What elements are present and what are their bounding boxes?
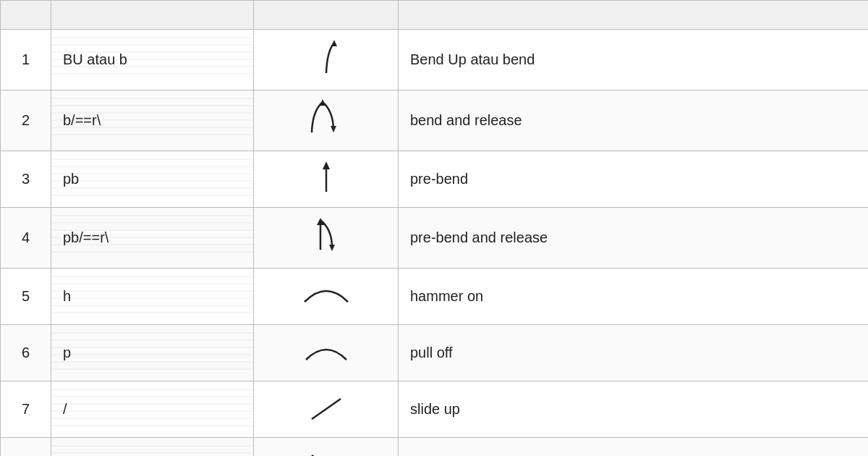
notation-text: BU atau b (63, 51, 127, 67)
svg-marker-14 (331, 126, 336, 132)
notation-text: pb/==r\ (63, 229, 109, 245)
table-row: 7/ slide up (1, 381, 869, 438)
symbol-icon (305, 445, 348, 456)
cell-description: slide up (399, 381, 869, 438)
table-row: 5h hammer on (1, 269, 869, 325)
cell-description: slide down (399, 438, 869, 457)
cell-num: 1 (1, 30, 51, 90)
cell-description: pull off (399, 325, 869, 381)
symbol-icon (308, 37, 344, 83)
symbol-icon (312, 159, 341, 200)
notation-text: p (63, 345, 71, 360)
cell-symbol (254, 151, 399, 208)
cell-symbol (254, 438, 399, 457)
cell-notation: h (51, 269, 254, 325)
symbol-icon (305, 215, 348, 261)
cell-notation: \ (51, 438, 254, 457)
cell-notation: b/==r\ (51, 90, 254, 151)
cell-symbol (254, 90, 399, 151)
cell-notation: BU atau b (51, 30, 254, 90)
svg-marker-31 (329, 245, 335, 251)
cell-num: 5 (1, 269, 51, 325)
header-description (399, 1, 869, 30)
symbol-icon (305, 389, 348, 430)
header-notation (51, 1, 254, 30)
notation-text: / (63, 401, 67, 417)
symbol-icon (297, 332, 355, 373)
table-container: 1BU atau b Bend Up atau bend2b/==r\ bend… (0, 0, 868, 456)
cell-num: 2 (1, 90, 51, 151)
header-symbol (254, 1, 399, 30)
table-row: 3pb pre-bend (1, 151, 869, 208)
table-row: 2b/==r\ bend and release (1, 90, 869, 151)
table-row: 1BU atau b Bend Up atau bend (1, 30, 869, 90)
cell-num: 6 (1, 325, 51, 381)
header-num (1, 1, 51, 30)
notation-text: pb (63, 171, 79, 187)
cell-num: 3 (1, 151, 51, 208)
cell-description: hammer on (399, 269, 869, 325)
table-row: 8\ slide down (1, 438, 869, 457)
table-row: 4pb/==r\ pre-bend and release (1, 208, 869, 269)
cell-num: 8 (1, 438, 51, 457)
svg-marker-6 (331, 40, 337, 46)
cell-num: 4 (1, 208, 51, 269)
notation-text: b/==r\ (63, 112, 101, 128)
cell-symbol (254, 381, 399, 438)
cell-notation: pb/==r\ (51, 208, 254, 269)
cell-num: 7 (1, 381, 51, 438)
guitar-notation-table: 1BU atau b Bend Up atau bend2b/==r\ bend… (0, 0, 868, 456)
table-row: 6p pull off (1, 325, 869, 381)
cell-notation: p (51, 325, 254, 381)
svg-marker-22 (323, 161, 330, 169)
cell-symbol (254, 325, 399, 381)
cell-description: pre-bend and release (399, 208, 869, 269)
notation-text: h (63, 288, 71, 304)
cell-notation: pb (51, 151, 254, 208)
symbol-icon (301, 98, 352, 143)
cell-description: bend and release (399, 90, 869, 151)
cell-symbol (254, 269, 399, 325)
cell-description: Bend Up atau bend (399, 30, 869, 90)
cell-notation: / (51, 381, 254, 438)
symbol-icon (297, 276, 355, 317)
cell-symbol (254, 30, 399, 90)
cell-symbol (254, 208, 399, 269)
svg-line-50 (312, 399, 341, 419)
cell-description: pre-bend (399, 151, 869, 208)
